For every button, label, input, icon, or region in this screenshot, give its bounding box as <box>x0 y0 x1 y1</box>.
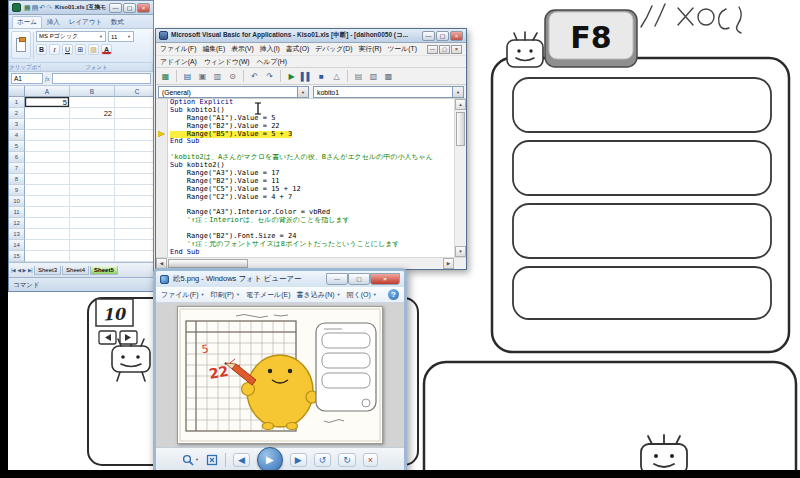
cell-B3[interactable] <box>70 119 115 130</box>
vba-close-button[interactable]: × <box>450 31 463 41</box>
format-underline-button[interactable]: U <box>62 44 73 55</box>
excel-minimize-button[interactable]: — <box>109 3 122 13</box>
cell-B13[interactable] <box>70 229 115 240</box>
save-icon[interactable]: ▤ <box>32 3 39 12</box>
code-window-maximize-button[interactable]: ▢ <box>439 45 450 54</box>
code-window-close-button[interactable]: × <box>451 45 462 54</box>
procedure-dropdown[interactable]: kobito1 ▼ <box>313 86 464 98</box>
ribbon-tab-挿入[interactable]: 挿入 <box>43 17 64 28</box>
row-header-1[interactable]: 1 <box>9 97 25 108</box>
row-header-5[interactable]: 5 <box>9 141 25 152</box>
cell-C9[interactable] <box>115 185 153 196</box>
chevron-down-icon[interactable]: ▼ <box>452 87 463 97</box>
properties-icon[interactable]: ▧ <box>367 70 380 83</box>
row-header-12[interactable]: 12 <box>9 218 25 229</box>
cell-A5[interactable] <box>25 141 70 152</box>
scrollbar-track[interactable] <box>167 258 443 269</box>
sheet-nav-button[interactable]: ▶ <box>23 267 26 273</box>
sheet-tab-Sheet4[interactable]: Sheet4 <box>62 266 89 275</box>
code-line-17[interactable] <box>170 225 454 233</box>
project-explorer-icon[interactable]: ▤ <box>352 70 365 83</box>
code-line-20[interactable]: End Sub <box>170 249 454 257</box>
code-editor[interactable]: Option ExplicitSub kobito1() Range("A1")… <box>168 99 454 257</box>
excel-window[interactable]: ▦▤↶↷ Kiso01.xls [互換モード] - Microsoft Exce… <box>8 0 154 292</box>
cell-B6[interactable] <box>70 152 115 163</box>
cell-C8[interactable] <box>115 174 153 185</box>
cell-B14[interactable] <box>70 240 115 251</box>
photo-viewer-maximize-button[interactable]: ▢ <box>348 273 370 285</box>
vba-menu-アドイン(A)[interactable]: アドイン(A) <box>160 57 197 67</box>
cell-B2[interactable]: 22 <box>70 108 115 119</box>
format-fill-color-button[interactable]: ▨ <box>88 44 99 55</box>
row-header-7[interactable]: 7 <box>9 163 25 174</box>
vba-minimize-button[interactable]: — <box>422 31 435 41</box>
code-line-5[interactable]: Range("B5").Value = 5 + 3 <box>170 131 454 139</box>
vba-menu-編集(E)[interactable]: 編集(E) <box>203 44 226 54</box>
code-line-2[interactable]: Sub kobito1() <box>170 107 454 115</box>
font-name-select[interactable]: MS Pゴシック ▼ <box>36 31 106 42</box>
code-line-15[interactable]: Range("A3").Interior.Color = vbRed <box>170 209 454 217</box>
cell-C11[interactable] <box>115 207 153 218</box>
rotate-counterclockwise-button[interactable]: ↺ <box>314 453 332 467</box>
ribbon-tab-ホーム[interactable]: ホーム <box>12 16 42 28</box>
row-header-6[interactable]: 6 <box>9 152 25 163</box>
cell-B8[interactable] <box>70 174 115 185</box>
cell-A9[interactable] <box>25 185 70 196</box>
reset-icon[interactable]: ■ <box>315 70 328 83</box>
delete-button[interactable]: × <box>363 453 378 467</box>
format-font-color-button[interactable]: A <box>101 44 112 55</box>
vba-menu-挿入(I)[interactable]: 挿入(I) <box>260 44 280 54</box>
actual-size-button[interactable] <box>206 454 218 466</box>
cell-B1[interactable] <box>70 97 115 108</box>
cell-B15[interactable] <box>70 251 115 262</box>
scroll-right-icon[interactable]: ▶ <box>443 258 454 269</box>
help-icon[interactable]: ? <box>388 289 399 300</box>
vertical-scrollbar[interactable]: ▲ ▼ <box>454 99 466 257</box>
redo-icon[interactable]: ↷ <box>46 3 52 12</box>
photo-viewer-minimize-button[interactable]: — <box>326 273 348 285</box>
vba-menu-ツール(T)[interactable]: ツール(T) <box>388 44 417 54</box>
code-line-19[interactable]: '↑注：元のフォントサイズは8ポイントだったということにします <box>170 241 454 249</box>
code-line-6[interactable]: End Sub <box>170 138 454 146</box>
run-icon[interactable]: ▶ <box>285 70 298 83</box>
pv-menu-電子メール(E)[interactable]: 電子メール(E) <box>246 290 291 300</box>
view-excel-icon[interactable]: ▦ <box>159 70 172 83</box>
cell-A2[interactable] <box>25 108 70 119</box>
formula-bar[interactable] <box>52 73 151 84</box>
object-browser-icon[interactable]: ▩ <box>382 70 395 83</box>
cell-C4[interactable] <box>115 130 153 141</box>
row-header-8[interactable]: 8 <box>9 174 25 185</box>
ribbon-tab-数式[interactable]: 数式 <box>107 17 128 28</box>
row-header-15[interactable]: 15 <box>9 251 25 262</box>
sheet-nav-button[interactable]: |◀ <box>11 267 15 273</box>
previous-button[interactable]: ◀ <box>233 453 250 467</box>
sheet-nav-button[interactable]: ▶| <box>28 267 32 273</box>
cell-A3[interactable] <box>25 119 70 130</box>
cell-C5[interactable] <box>115 141 153 152</box>
vba-menu-実行(R)[interactable]: 実行(R) <box>359 44 382 54</box>
object-dropdown[interactable]: (General) ▼ <box>158 86 309 98</box>
horizontal-scrollbar[interactable]: ◀ ▶ <box>156 257 466 268</box>
column-header-B[interactable]: B <box>70 86 115 97</box>
excel-grid[interactable]: ABC152223456789101112131415 <box>9 86 153 262</box>
scroll-left-icon[interactable]: ◀ <box>156 258 167 269</box>
cell-A8[interactable] <box>25 174 70 185</box>
zoom-button[interactable]: ▼ <box>182 454 199 466</box>
row-header-11[interactable]: 11 <box>9 207 25 218</box>
scroll-down-icon[interactable]: ▼ <box>455 246 466 257</box>
code-line-11[interactable]: Range("B2").Value = 11 <box>170 178 454 186</box>
cell-A1[interactable]: 5 <box>25 97 70 108</box>
cell-B10[interactable] <box>70 196 115 207</box>
pv-menu-ファイル(F)[interactable]: ファイル(F)▼ <box>161 290 205 300</box>
code-window-minimize-button[interactable]: — <box>427 45 438 54</box>
sheet-tab-Sheet3[interactable]: Sheet3 <box>34 266 61 275</box>
format-borders-button[interactable]: ⊞ <box>75 44 86 55</box>
excel-close-button[interactable]: × <box>137 3 150 13</box>
format-bold-button[interactable]: B <box>36 44 47 55</box>
row-header-4[interactable]: 4 <box>9 130 25 141</box>
cell-B5[interactable] <box>70 141 115 152</box>
cell-B7[interactable] <box>70 163 115 174</box>
select-all-corner[interactable] <box>9 86 25 97</box>
cell-A7[interactable] <box>25 163 70 174</box>
cell-A12[interactable] <box>25 218 70 229</box>
